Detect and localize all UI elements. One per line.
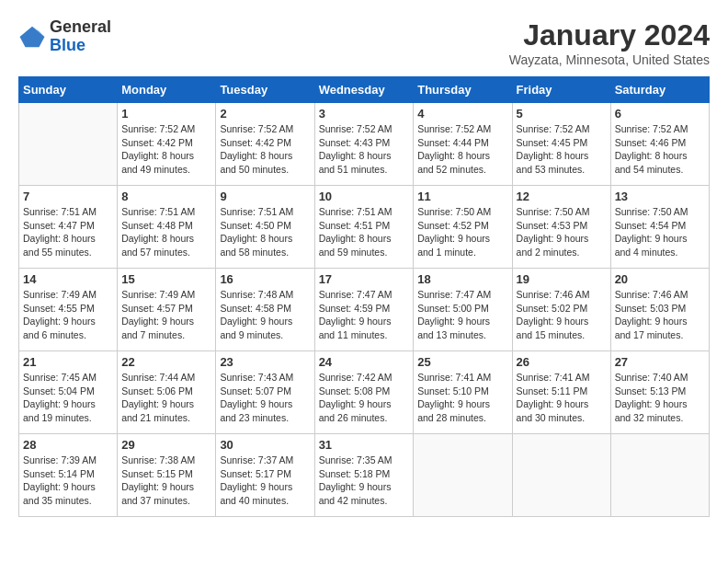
day-number: 19 xyxy=(517,272,607,286)
calendar-week-row: 14Sunrise: 7:49 AMSunset: 4:55 PMDayligh… xyxy=(19,269,710,351)
day-info: Sunrise: 7:51 AMSunset: 4:48 PMDaylight:… xyxy=(121,205,211,259)
day-info: Sunrise: 7:41 AMSunset: 5:11 PMDaylight:… xyxy=(517,371,607,425)
calendar-day-cell: 30Sunrise: 7:37 AMSunset: 5:17 PMDayligh… xyxy=(216,434,314,517)
calendar-day-cell: 5Sunrise: 7:52 AMSunset: 4:45 PMDaylight… xyxy=(512,103,610,186)
day-number: 8 xyxy=(121,190,211,203)
calendar-day-cell: 24Sunrise: 7:42 AMSunset: 5:08 PMDayligh… xyxy=(314,351,414,434)
calendar-day-cell: 11Sunrise: 7:50 AMSunset: 4:52 PMDayligh… xyxy=(414,186,512,269)
day-info: Sunrise: 7:52 AMSunset: 4:42 PMDaylight:… xyxy=(121,122,211,177)
col-friday: Friday xyxy=(512,77,610,103)
day-number: 31 xyxy=(319,438,410,452)
calendar-day-cell: 27Sunrise: 7:40 AMSunset: 5:13 PMDayligh… xyxy=(610,351,709,434)
day-info: Sunrise: 7:45 AMSunset: 5:04 PMDaylight:… xyxy=(23,371,113,425)
day-number: 14 xyxy=(23,272,113,286)
day-number: 13 xyxy=(615,190,705,203)
day-info: Sunrise: 7:50 AMSunset: 4:52 PMDaylight:… xyxy=(417,205,507,259)
day-info: Sunrise: 7:52 AMSunset: 4:44 PMDaylight:… xyxy=(417,122,507,177)
col-monday: Monday xyxy=(118,77,216,103)
calendar-day-cell: 12Sunrise: 7:50 AMSunset: 4:53 PMDayligh… xyxy=(512,186,610,269)
day-number: 30 xyxy=(220,438,310,452)
day-info: Sunrise: 7:40 AMSunset: 5:13 PMDaylight:… xyxy=(615,371,705,425)
day-number: 26 xyxy=(517,355,607,369)
calendar-header-row: Sunday Monday Tuesday Wednesday Thursday… xyxy=(19,77,710,103)
day-info: Sunrise: 7:50 AMSunset: 4:54 PMDaylight:… xyxy=(615,205,705,259)
calendar-day-cell: 22Sunrise: 7:44 AMSunset: 5:06 PMDayligh… xyxy=(118,351,216,434)
col-tuesday: Tuesday xyxy=(216,77,314,103)
calendar-day-cell: 25Sunrise: 7:41 AMSunset: 5:10 PMDayligh… xyxy=(414,351,512,434)
day-number: 12 xyxy=(517,190,607,203)
day-info: Sunrise: 7:52 AMSunset: 4:45 PMDaylight:… xyxy=(517,122,607,177)
day-number: 16 xyxy=(220,272,310,286)
calendar-day-cell xyxy=(19,103,118,186)
day-number: 24 xyxy=(319,355,410,369)
day-number: 25 xyxy=(417,355,507,369)
day-info: Sunrise: 7:46 AMSunset: 5:02 PMDaylight:… xyxy=(517,288,607,342)
page-header: General Blue January 2024 Wayzata, Minne… xyxy=(18,18,710,67)
day-info: Sunrise: 7:52 AMSunset: 4:46 PMDaylight:… xyxy=(615,122,705,177)
day-info: Sunrise: 7:41 AMSunset: 5:10 PMDaylight:… xyxy=(417,371,507,425)
day-number: 21 xyxy=(23,355,113,369)
calendar-day-cell: 14Sunrise: 7:49 AMSunset: 4:55 PMDayligh… xyxy=(19,269,118,351)
day-info: Sunrise: 7:43 AMSunset: 5:07 PMDaylight:… xyxy=(220,371,310,425)
col-thursday: Thursday xyxy=(414,77,512,103)
day-info: Sunrise: 7:49 AMSunset: 4:55 PMDaylight:… xyxy=(23,288,113,342)
calendar-day-cell: 31Sunrise: 7:35 AMSunset: 5:18 PMDayligh… xyxy=(314,434,414,517)
calendar-day-cell: 19Sunrise: 7:46 AMSunset: 5:02 PMDayligh… xyxy=(512,269,610,351)
calendar-day-cell xyxy=(512,434,610,517)
col-sunday: Sunday xyxy=(19,77,118,103)
calendar-day-cell: 28Sunrise: 7:39 AMSunset: 5:14 PMDayligh… xyxy=(19,434,118,517)
calendar-day-cell: 3Sunrise: 7:52 AMSunset: 4:43 PMDaylight… xyxy=(314,103,414,186)
day-info: Sunrise: 7:39 AMSunset: 5:14 PMDaylight:… xyxy=(23,454,113,508)
day-info: Sunrise: 7:51 AMSunset: 4:50 PMDaylight:… xyxy=(220,205,310,259)
day-number: 10 xyxy=(319,190,410,203)
day-number: 4 xyxy=(417,107,507,121)
day-number: 27 xyxy=(615,355,705,369)
day-info: Sunrise: 7:47 AMSunset: 5:00 PMDaylight:… xyxy=(417,288,507,342)
calendar-day-cell: 21Sunrise: 7:45 AMSunset: 5:04 PMDayligh… xyxy=(19,351,118,434)
calendar-week-row: 1Sunrise: 7:52 AMSunset: 4:42 PMDaylight… xyxy=(19,103,710,186)
day-info: Sunrise: 7:49 AMSunset: 4:57 PMDaylight:… xyxy=(121,288,211,342)
calendar-day-cell: 20Sunrise: 7:46 AMSunset: 5:03 PMDayligh… xyxy=(610,269,709,351)
title-block: January 2024 Wayzata, Minnesota, United … xyxy=(509,18,710,67)
calendar-day-cell: 2Sunrise: 7:52 AMSunset: 4:42 PMDaylight… xyxy=(216,103,314,186)
svg-marker-0 xyxy=(20,27,45,48)
day-info: Sunrise: 7:37 AMSunset: 5:17 PMDaylight:… xyxy=(220,454,310,508)
calendar-week-row: 28Sunrise: 7:39 AMSunset: 5:14 PMDayligh… xyxy=(19,434,710,517)
day-number: 1 xyxy=(121,107,211,121)
logo: General Blue xyxy=(18,18,111,55)
calendar-day-cell: 8Sunrise: 7:51 AMSunset: 4:48 PMDaylight… xyxy=(118,186,216,269)
day-info: Sunrise: 7:42 AMSunset: 5:08 PMDaylight:… xyxy=(319,371,410,425)
calendar-day-cell: 9Sunrise: 7:51 AMSunset: 4:50 PMDaylight… xyxy=(216,186,314,269)
logo-icon xyxy=(18,23,46,51)
logo-text: General Blue xyxy=(50,18,111,55)
day-number: 2 xyxy=(220,107,310,121)
calendar-day-cell: 18Sunrise: 7:47 AMSunset: 5:00 PMDayligh… xyxy=(414,269,512,351)
col-wednesday: Wednesday xyxy=(314,77,414,103)
day-number: 9 xyxy=(220,190,310,203)
calendar-day-cell: 13Sunrise: 7:50 AMSunset: 4:54 PMDayligh… xyxy=(610,186,709,269)
col-saturday: Saturday xyxy=(610,77,709,103)
calendar-day-cell xyxy=(414,434,512,517)
month-title: January 2024 xyxy=(509,18,710,52)
calendar-day-cell: 16Sunrise: 7:48 AMSunset: 4:58 PMDayligh… xyxy=(216,269,314,351)
day-info: Sunrise: 7:38 AMSunset: 5:15 PMDaylight:… xyxy=(121,454,211,508)
day-info: Sunrise: 7:35 AMSunset: 5:18 PMDaylight:… xyxy=(319,454,410,508)
day-info: Sunrise: 7:48 AMSunset: 4:58 PMDaylight:… xyxy=(220,288,310,342)
calendar-table: Sunday Monday Tuesday Wednesday Thursday… xyxy=(18,76,710,517)
day-number: 23 xyxy=(220,355,310,369)
day-info: Sunrise: 7:44 AMSunset: 5:06 PMDaylight:… xyxy=(121,371,211,425)
calendar-day-cell: 26Sunrise: 7:41 AMSunset: 5:11 PMDayligh… xyxy=(512,351,610,434)
day-number: 29 xyxy=(121,438,211,452)
day-number: 15 xyxy=(121,272,211,286)
calendar-day-cell: 1Sunrise: 7:52 AMSunset: 4:42 PMDaylight… xyxy=(118,103,216,186)
day-number: 6 xyxy=(615,107,705,121)
day-number: 18 xyxy=(417,272,507,286)
calendar-day-cell: 6Sunrise: 7:52 AMSunset: 4:46 PMDaylight… xyxy=(610,103,709,186)
location: Wayzata, Minnesota, United States xyxy=(509,52,710,67)
calendar-day-cell: 17Sunrise: 7:47 AMSunset: 4:59 PMDayligh… xyxy=(314,269,414,351)
day-info: Sunrise: 7:52 AMSunset: 4:42 PMDaylight:… xyxy=(220,122,310,177)
day-number: 17 xyxy=(319,272,410,286)
day-info: Sunrise: 7:51 AMSunset: 4:51 PMDaylight:… xyxy=(319,205,410,259)
day-number: 3 xyxy=(319,107,410,121)
calendar-week-row: 21Sunrise: 7:45 AMSunset: 5:04 PMDayligh… xyxy=(19,351,710,434)
